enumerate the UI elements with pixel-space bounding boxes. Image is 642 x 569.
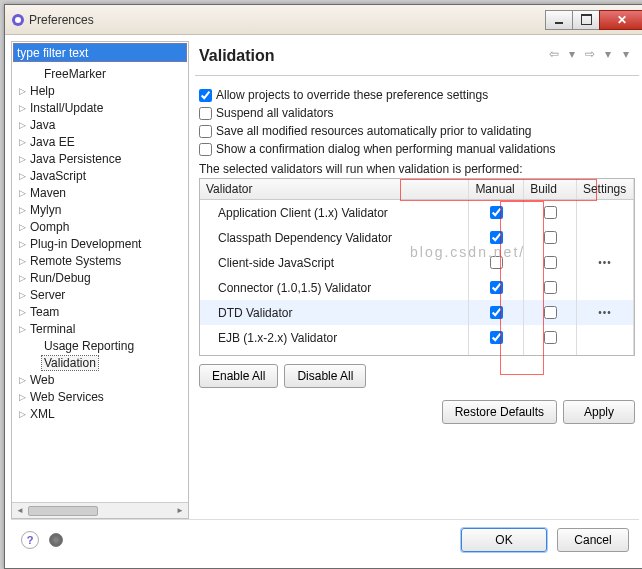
tree-item-help[interactable]: ▷Help xyxy=(12,82,188,99)
option-suspend[interactable]: Suspend all validators xyxy=(199,104,635,122)
tree-item-java-ee[interactable]: ▷Java EE xyxy=(12,133,188,150)
validator-row[interactable]: DTD Validator••• xyxy=(200,300,634,325)
validator-row[interactable]: Application Client (1.x) Validator xyxy=(200,200,634,226)
expand-icon: ▷ xyxy=(16,86,28,96)
option-confirm[interactable]: Show a confirmation dialog when performi… xyxy=(199,140,635,158)
settings-cell[interactable] xyxy=(576,275,633,300)
tree-item-label: Run/Debug xyxy=(28,271,93,285)
validator-row[interactable]: Connector (1.0,1.5) Validator xyxy=(200,275,634,300)
expand-icon: ▷ xyxy=(16,120,28,130)
record-icon[interactable] xyxy=(49,533,63,547)
expand-icon: ▷ xyxy=(16,392,28,402)
build-checkbox[interactable] xyxy=(544,256,557,269)
tree-item-label: Java xyxy=(28,118,57,132)
validators-table[interactable]: Validator Manual Build Settings Applicat… xyxy=(200,179,634,355)
tree-item-mylyn[interactable]: ▷Mylyn xyxy=(12,201,188,218)
menu-icon[interactable]: ▾ xyxy=(619,47,633,61)
preferences-tree[interactable]: FreeMarker▷Help▷Install/Update▷Java▷Java… xyxy=(12,63,188,502)
close-button[interactable] xyxy=(599,10,642,30)
expand-icon: ▷ xyxy=(16,171,28,181)
expand-icon: ▷ xyxy=(16,290,28,300)
expand-icon: ▷ xyxy=(16,375,28,385)
tree-item-install-update[interactable]: ▷Install/Update xyxy=(12,99,188,116)
tree-item-label: Mylyn xyxy=(28,203,63,217)
manual-checkbox[interactable] xyxy=(490,306,503,319)
col-settings[interactable]: Settings xyxy=(576,179,633,200)
settings-cell[interactable]: ••• xyxy=(576,300,633,325)
tree-item-server[interactable]: ▷Server xyxy=(12,286,188,303)
help-icon[interactable]: ? xyxy=(21,531,39,549)
horizontal-scrollbar[interactable] xyxy=(12,502,188,518)
settings-cell[interactable] xyxy=(576,200,633,226)
validator-row[interactable]: EJB (1.x-2.x) Validator xyxy=(200,325,634,350)
tree-item-remote-systems[interactable]: ▷Remote Systems xyxy=(12,252,188,269)
tree-item-run-debug[interactable]: ▷Run/Debug xyxy=(12,269,188,286)
disable-all-button[interactable]: Disable All xyxy=(284,364,366,388)
tree-item-terminal[interactable]: ▷Terminal xyxy=(12,320,188,337)
apply-button[interactable]: Apply xyxy=(563,400,635,424)
build-checkbox[interactable] xyxy=(544,331,557,344)
expand-icon: ▷ xyxy=(16,324,28,334)
page-title: Validation xyxy=(199,47,545,65)
enable-all-button[interactable]: Enable All xyxy=(199,364,278,388)
option-save[interactable]: Save all modified resources automaticall… xyxy=(199,122,635,140)
tree-item-team[interactable]: ▷Team xyxy=(12,303,188,320)
validator-row[interactable]: EJB 3.x Validator••• xyxy=(200,350,634,355)
build-checkbox[interactable] xyxy=(544,281,557,294)
validators-table-wrap: blog.csdn.net/ Validator Manual Build Se… xyxy=(199,178,635,356)
tree-item-validation[interactable]: Validation xyxy=(12,354,188,371)
manual-checkbox[interactable] xyxy=(490,281,503,294)
tree-item-label: Validation xyxy=(42,356,98,370)
build-checkbox[interactable] xyxy=(544,206,557,219)
validator-name: EJB (1.x-2.x) Validator xyxy=(200,325,469,350)
validator-row[interactable]: Client-side JavaScript••• xyxy=(200,250,634,275)
minimize-button[interactable] xyxy=(545,10,573,30)
tree-item-label: Java EE xyxy=(28,135,77,149)
validator-name: Client-side JavaScript xyxy=(200,250,469,275)
tree-item-freemarker[interactable]: FreeMarker xyxy=(12,65,188,82)
manual-checkbox[interactable] xyxy=(490,331,503,344)
restore-defaults-button[interactable]: Restore Defaults xyxy=(442,400,557,424)
preferences-window: Preferences FreeMarker▷Help▷Install/Upda… xyxy=(4,4,642,569)
tree-item-maven[interactable]: ▷Maven xyxy=(12,184,188,201)
titlebar[interactable]: Preferences xyxy=(5,5,642,35)
settings-cell[interactable] xyxy=(576,325,633,350)
settings-cell[interactable] xyxy=(576,225,633,250)
tree-item-plug-in-development[interactable]: ▷Plug-in Development xyxy=(12,235,188,252)
filter-input[interactable] xyxy=(13,43,187,62)
tree-item-label: Oomph xyxy=(28,220,71,234)
col-build[interactable]: Build xyxy=(524,179,577,200)
back-menu-icon[interactable]: ▾ xyxy=(565,47,579,61)
manual-checkbox[interactable] xyxy=(490,231,503,244)
tree-item-xml[interactable]: ▷XML xyxy=(12,405,188,422)
col-validator[interactable]: Validator xyxy=(200,179,469,200)
expand-icon: ▷ xyxy=(16,222,28,232)
manual-checkbox[interactable] xyxy=(490,206,503,219)
tree-item-web-services[interactable]: ▷Web Services xyxy=(12,388,188,405)
tree-item-usage-reporting[interactable]: Usage Reporting xyxy=(12,337,188,354)
tree-item-java-persistence[interactable]: ▷Java Persistence xyxy=(12,150,188,167)
tree-item-oomph[interactable]: ▷Oomph xyxy=(12,218,188,235)
tree-item-java[interactable]: ▷Java xyxy=(12,116,188,133)
option-override[interactable]: Allow projects to override these prefere… xyxy=(199,86,635,104)
settings-cell[interactable]: ••• xyxy=(576,250,633,275)
tree-item-label: Team xyxy=(28,305,61,319)
ok-button[interactable]: OK xyxy=(461,528,547,552)
tree-item-label: Web Services xyxy=(28,390,106,404)
build-checkbox[interactable] xyxy=(544,306,557,319)
forward-icon[interactable]: ⇨ xyxy=(583,47,597,61)
tree-item-web[interactable]: ▷Web xyxy=(12,371,188,388)
forward-menu-icon[interactable]: ▾ xyxy=(601,47,615,61)
col-manual[interactable]: Manual xyxy=(469,179,524,200)
back-icon[interactable]: ⇦ xyxy=(547,47,561,61)
build-checkbox[interactable] xyxy=(544,231,557,244)
tree-item-label: Web xyxy=(28,373,56,387)
settings-cell[interactable]: ••• xyxy=(576,350,633,355)
cancel-button[interactable]: Cancel xyxy=(557,528,629,552)
validator-row[interactable]: Classpath Dependency Validator xyxy=(200,225,634,250)
tree-item-label: FreeMarker xyxy=(42,67,108,81)
maximize-button[interactable] xyxy=(572,10,600,30)
manual-checkbox[interactable] xyxy=(490,256,503,269)
tree-item-javascript[interactable]: ▷JavaScript xyxy=(12,167,188,184)
tree-item-label: Server xyxy=(28,288,67,302)
